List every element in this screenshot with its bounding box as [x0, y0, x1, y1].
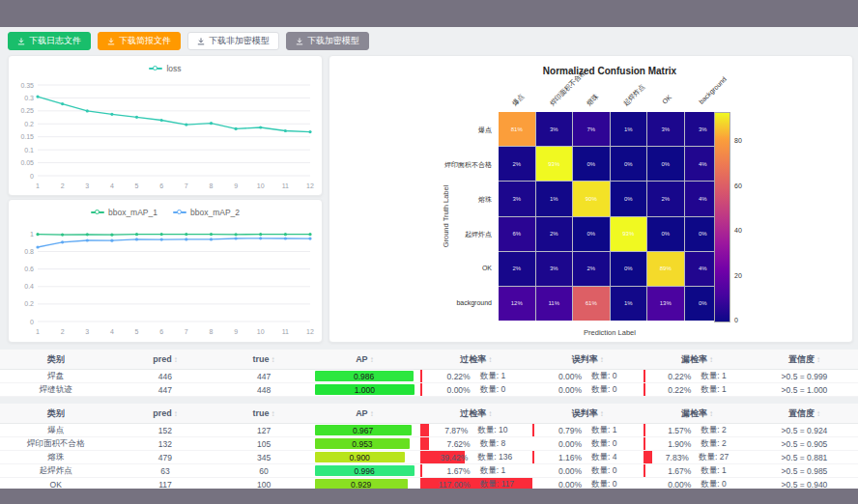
- cell-miss-rate: 1.90%数量: 2: [644, 437, 751, 451]
- rate-quantity: 数量: 136: [477, 452, 512, 463]
- svg-text:9: 9: [234, 182, 238, 189]
- download-button-orange[interactable]: 下载简报文件: [98, 32, 181, 50]
- colorbar-tick: 80: [734, 137, 742, 144]
- sort-icon[interactable]: ↕: [600, 355, 604, 364]
- svg-text:0: 0: [30, 319, 34, 325]
- rate-value: 0.22%: [668, 372, 691, 381]
- sort-icon[interactable]: ↕: [174, 355, 178, 364]
- column-header[interactable]: 漏检率↕: [644, 404, 751, 424]
- column-header[interactable]: true↕: [218, 404, 308, 424]
- cell-pred: 152: [111, 424, 218, 437]
- sort-icon[interactable]: ↕: [370, 409, 374, 418]
- cell-category: 焊缝轨迹: [0, 383, 111, 397]
- sort-icon[interactable]: ↕: [488, 355, 492, 364]
- heatmap-cell: 2%: [499, 147, 535, 181]
- svg-text:8: 8: [210, 328, 214, 335]
- sort-icon[interactable]: ↕: [174, 409, 178, 418]
- legend-item-bbox_mAP_2[interactable]: bbox_mAP_2: [173, 208, 240, 217]
- column-header[interactable]: AP↕: [309, 350, 420, 370]
- column-header[interactable]: pred↕: [111, 404, 218, 424]
- sort-icon[interactable]: ↕: [709, 355, 713, 364]
- rate-value: 0.00%: [668, 480, 691, 490]
- cell-ap: 0.900: [309, 451, 420, 464]
- download-button-white[interactable]: 下载非加密模型: [187, 32, 279, 50]
- rate-value: 1.57%: [668, 426, 691, 435]
- legend-item-loss[interactable]: loss: [149, 64, 181, 73]
- rate-value: 1.67%: [447, 466, 471, 476]
- rate-value: 1.16%: [558, 453, 582, 462]
- column-header[interactable]: 误判率↕: [532, 350, 644, 370]
- column-header[interactable]: pred↕: [111, 350, 218, 370]
- rate-quantity: 数量: 1: [591, 425, 616, 436]
- button-label: 下载加密模型: [307, 37, 359, 45]
- rate-quantity: 数量: 1: [480, 465, 505, 477]
- column-header[interactable]: AP↕: [309, 404, 420, 424]
- cell-category: 起焊炸点: [0, 464, 111, 478]
- download-icon: [107, 38, 115, 45]
- column-header[interactable]: 过检率↕: [420, 404, 531, 424]
- sort-icon[interactable]: ↕: [272, 355, 275, 364]
- cell-over-rate: 0.00%数量: 0: [420, 383, 531, 397]
- rate-value: 0.00%: [558, 439, 582, 449]
- rate-bar: [644, 464, 645, 477]
- legend-marker: [173, 211, 186, 213]
- heatmap-cell: 3%: [536, 112, 573, 146]
- cell-pred: 447: [111, 383, 218, 397]
- rate-quantity: 数量: 1: [701, 371, 726, 382]
- svg-text:7: 7: [185, 182, 188, 189]
- column-header[interactable]: 置信度↕: [751, 404, 858, 424]
- svg-text:2: 2: [61, 328, 65, 335]
- sort-icon[interactable]: ↕: [709, 409, 713, 418]
- download-button-gray[interactable]: 下载加密模型: [286, 32, 369, 50]
- sort-icon[interactable]: ↕: [488, 409, 492, 418]
- svg-text:11: 11: [282, 182, 289, 189]
- svg-text:1: 1: [36, 182, 40, 189]
- heatmap-cell: 0%: [573, 217, 610, 251]
- ap-bar: 0.986: [315, 371, 414, 381]
- heatmap-cell: 81%: [499, 112, 535, 146]
- svg-text:6: 6: [159, 182, 163, 189]
- column-header[interactable]: 过检率↕: [420, 350, 531, 370]
- cell-misjudge-rate: 0.79%数量: 1: [532, 424, 644, 437]
- button-label: 下载非加密模型: [209, 37, 270, 45]
- svg-text:5: 5: [135, 328, 139, 335]
- svg-text:0.3: 0.3: [24, 95, 34, 101]
- ap-bar: 0.953: [315, 438, 411, 449]
- download-button-green[interactable]: 下载日志文件: [8, 32, 91, 50]
- rate-bar: [644, 370, 645, 382]
- heatmap-grid: 81%3%7%1%3%3%2%93%0%0%0%4%3%1%90%0%2%4%6…: [499, 112, 721, 321]
- svg-text:0.2: 0.2: [24, 121, 34, 127]
- rate-value: 0.22%: [447, 372, 471, 381]
- legend-item-bbox_mAP_1[interactable]: bbox_mAP_1: [91, 208, 157, 217]
- rate-bar: [644, 451, 652, 463]
- loss-chart-legend: loss: [9, 56, 322, 77]
- sort-icon[interactable]: ↕: [370, 355, 374, 364]
- button-label: 下载简报文件: [119, 37, 171, 45]
- svg-text:12: 12: [306, 328, 314, 335]
- column-label: 起焊炸点: [621, 82, 647, 108]
- sort-icon[interactable]: ↕: [816, 355, 820, 364]
- rate-quantity: 数量: 27: [699, 452, 729, 463]
- heatmap-cell: 11%: [536, 287, 573, 321]
- rate-value: 7.83%: [666, 453, 689, 462]
- sort-icon[interactable]: ↕: [600, 409, 604, 418]
- rate-bar: [644, 383, 645, 396]
- column-header[interactable]: true↕: [218, 350, 308, 370]
- column-header[interactable]: 置信度↕: [751, 350, 858, 370]
- column-header: 类别: [0, 404, 111, 424]
- rate-quantity: 数量: 8: [480, 438, 505, 450]
- rate-quantity: 数量: 1: [701, 465, 726, 477]
- confusion-matrix-title: Normalized Confusion Matrix: [543, 66, 676, 76]
- map-line-chart: 00.20.40.60.81123456789101112: [9, 221, 322, 341]
- row-label: 起焊炸点: [329, 230, 492, 239]
- sort-icon[interactable]: ↕: [816, 409, 820, 418]
- column-header[interactable]: 漏检率↕: [644, 350, 751, 370]
- sort-icon[interactable]: ↕: [272, 409, 275, 418]
- rate-bar: [532, 451, 534, 463]
- cell-miss-rate: 0.22%数量: 1: [644, 370, 751, 383]
- rate-quantity: 数量: 0: [591, 465, 616, 477]
- cell-pred: 63: [111, 464, 218, 478]
- heatmap-cell: 0%: [647, 147, 684, 181]
- heatmap-cell: 1%: [611, 112, 647, 146]
- column-header[interactable]: 误判率↕: [532, 404, 644, 424]
